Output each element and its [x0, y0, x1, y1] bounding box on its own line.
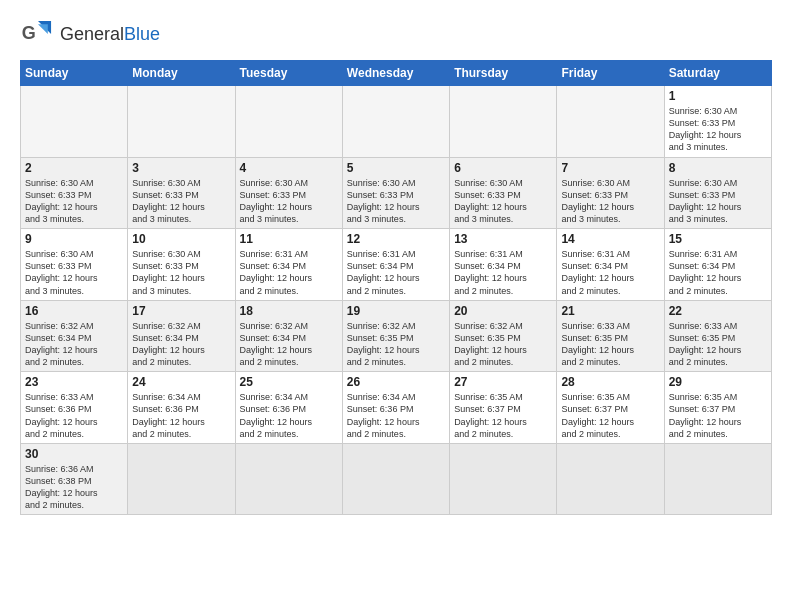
day-number: 20 [454, 304, 552, 318]
day-number: 13 [454, 232, 552, 246]
calendar-cell: 13Sunrise: 6:31 AM Sunset: 6:34 PM Dayli… [450, 229, 557, 301]
logo: G GeneralBlue [20, 16, 160, 52]
day-info: Sunrise: 6:35 AM Sunset: 6:37 PM Dayligh… [669, 391, 767, 440]
day-info: Sunrise: 6:34 AM Sunset: 6:36 PM Dayligh… [347, 391, 445, 440]
calendar-cell: 6Sunrise: 6:30 AM Sunset: 6:33 PM Daylig… [450, 157, 557, 229]
calendar-cell: 3Sunrise: 6:30 AM Sunset: 6:33 PM Daylig… [128, 157, 235, 229]
day-info: Sunrise: 6:32 AM Sunset: 6:35 PM Dayligh… [454, 320, 552, 369]
svg-text:G: G [22, 23, 36, 43]
day-info: Sunrise: 6:30 AM Sunset: 6:33 PM Dayligh… [669, 105, 767, 154]
general-blue-logo-icon: G [20, 16, 56, 52]
calendar-cell: 18Sunrise: 6:32 AM Sunset: 6:34 PM Dayli… [235, 300, 342, 372]
calendar-cell [342, 86, 449, 158]
calendar-cell: 8Sunrise: 6:30 AM Sunset: 6:33 PM Daylig… [664, 157, 771, 229]
day-number: 25 [240, 375, 338, 389]
calendar-week-row: 2Sunrise: 6:30 AM Sunset: 6:33 PM Daylig… [21, 157, 772, 229]
day-number: 7 [561, 161, 659, 175]
calendar-cell: 7Sunrise: 6:30 AM Sunset: 6:33 PM Daylig… [557, 157, 664, 229]
day-info: Sunrise: 6:34 AM Sunset: 6:36 PM Dayligh… [240, 391, 338, 440]
calendar-week-row: 1Sunrise: 6:30 AM Sunset: 6:33 PM Daylig… [21, 86, 772, 158]
calendar-cell [235, 443, 342, 515]
day-info: Sunrise: 6:31 AM Sunset: 6:34 PM Dayligh… [669, 248, 767, 297]
day-number: 17 [132, 304, 230, 318]
day-number: 27 [454, 375, 552, 389]
calendar-cell: 25Sunrise: 6:34 AM Sunset: 6:36 PM Dayli… [235, 372, 342, 444]
day-number: 5 [347, 161, 445, 175]
calendar-cell: 26Sunrise: 6:34 AM Sunset: 6:36 PM Dayli… [342, 372, 449, 444]
calendar-cell: 29Sunrise: 6:35 AM Sunset: 6:37 PM Dayli… [664, 372, 771, 444]
day-number: 4 [240, 161, 338, 175]
day-info: Sunrise: 6:35 AM Sunset: 6:37 PM Dayligh… [561, 391, 659, 440]
day-number: 21 [561, 304, 659, 318]
day-header-monday: Monday [128, 61, 235, 86]
day-info: Sunrise: 6:30 AM Sunset: 6:33 PM Dayligh… [240, 177, 338, 226]
calendar-week-row: 23Sunrise: 6:33 AM Sunset: 6:36 PM Dayli… [21, 372, 772, 444]
day-info: Sunrise: 6:30 AM Sunset: 6:33 PM Dayligh… [454, 177, 552, 226]
calendar-week-row: 16Sunrise: 6:32 AM Sunset: 6:34 PM Dayli… [21, 300, 772, 372]
day-number: 9 [25, 232, 123, 246]
calendar-week-row: 30Sunrise: 6:36 AM Sunset: 6:38 PM Dayli… [21, 443, 772, 515]
page: G GeneralBlue SundayMondayTuesdayWednesd… [0, 0, 792, 612]
day-info: Sunrise: 6:30 AM Sunset: 6:33 PM Dayligh… [561, 177, 659, 226]
day-info: Sunrise: 6:31 AM Sunset: 6:34 PM Dayligh… [561, 248, 659, 297]
day-info: Sunrise: 6:33 AM Sunset: 6:36 PM Dayligh… [25, 391, 123, 440]
calendar: SundayMondayTuesdayWednesdayThursdayFrid… [20, 60, 772, 515]
day-number: 10 [132, 232, 230, 246]
calendar-cell: 27Sunrise: 6:35 AM Sunset: 6:37 PM Dayli… [450, 372, 557, 444]
day-number: 6 [454, 161, 552, 175]
day-number: 22 [669, 304, 767, 318]
day-info: Sunrise: 6:32 AM Sunset: 6:35 PM Dayligh… [347, 320, 445, 369]
day-info: Sunrise: 6:30 AM Sunset: 6:33 PM Dayligh… [669, 177, 767, 226]
calendar-cell: 24Sunrise: 6:34 AM Sunset: 6:36 PM Dayli… [128, 372, 235, 444]
day-header-friday: Friday [557, 61, 664, 86]
day-info: Sunrise: 6:30 AM Sunset: 6:33 PM Dayligh… [132, 177, 230, 226]
day-number: 15 [669, 232, 767, 246]
calendar-cell [128, 86, 235, 158]
day-header-sunday: Sunday [21, 61, 128, 86]
day-header-saturday: Saturday [664, 61, 771, 86]
calendar-cell: 10Sunrise: 6:30 AM Sunset: 6:33 PM Dayli… [128, 229, 235, 301]
day-info: Sunrise: 6:32 AM Sunset: 6:34 PM Dayligh… [240, 320, 338, 369]
logo-blue-text: Blue [124, 24, 160, 44]
calendar-cell: 2Sunrise: 6:30 AM Sunset: 6:33 PM Daylig… [21, 157, 128, 229]
day-number: 2 [25, 161, 123, 175]
day-info: Sunrise: 6:31 AM Sunset: 6:34 PM Dayligh… [454, 248, 552, 297]
day-info: Sunrise: 6:30 AM Sunset: 6:33 PM Dayligh… [132, 248, 230, 297]
calendar-cell: 17Sunrise: 6:32 AM Sunset: 6:34 PM Dayli… [128, 300, 235, 372]
day-info: Sunrise: 6:34 AM Sunset: 6:36 PM Dayligh… [132, 391, 230, 440]
day-info: Sunrise: 6:36 AM Sunset: 6:38 PM Dayligh… [25, 463, 123, 512]
day-info: Sunrise: 6:35 AM Sunset: 6:37 PM Dayligh… [454, 391, 552, 440]
calendar-cell [664, 443, 771, 515]
calendar-cell [128, 443, 235, 515]
calendar-cell: 12Sunrise: 6:31 AM Sunset: 6:34 PM Dayli… [342, 229, 449, 301]
calendar-cell: 1Sunrise: 6:30 AM Sunset: 6:33 PM Daylig… [664, 86, 771, 158]
calendar-header-row: SundayMondayTuesdayWednesdayThursdayFrid… [21, 61, 772, 86]
day-info: Sunrise: 6:33 AM Sunset: 6:35 PM Dayligh… [669, 320, 767, 369]
day-info: Sunrise: 6:33 AM Sunset: 6:35 PM Dayligh… [561, 320, 659, 369]
day-header-tuesday: Tuesday [235, 61, 342, 86]
calendar-cell: 22Sunrise: 6:33 AM Sunset: 6:35 PM Dayli… [664, 300, 771, 372]
day-info: Sunrise: 6:30 AM Sunset: 6:33 PM Dayligh… [347, 177, 445, 226]
day-number: 3 [132, 161, 230, 175]
calendar-week-row: 9Sunrise: 6:30 AM Sunset: 6:33 PM Daylig… [21, 229, 772, 301]
day-number: 23 [25, 375, 123, 389]
day-number: 30 [25, 447, 123, 461]
calendar-cell [450, 443, 557, 515]
svg-marker-2 [38, 24, 48, 34]
day-number: 19 [347, 304, 445, 318]
calendar-cell: 30Sunrise: 6:36 AM Sunset: 6:38 PM Dayli… [21, 443, 128, 515]
calendar-cell [21, 86, 128, 158]
day-info: Sunrise: 6:31 AM Sunset: 6:34 PM Dayligh… [240, 248, 338, 297]
day-number: 8 [669, 161, 767, 175]
day-number: 28 [561, 375, 659, 389]
calendar-cell: 4Sunrise: 6:30 AM Sunset: 6:33 PM Daylig… [235, 157, 342, 229]
calendar-cell: 9Sunrise: 6:30 AM Sunset: 6:33 PM Daylig… [21, 229, 128, 301]
calendar-cell [557, 86, 664, 158]
calendar-cell: 16Sunrise: 6:32 AM Sunset: 6:34 PM Dayli… [21, 300, 128, 372]
calendar-cell: 21Sunrise: 6:33 AM Sunset: 6:35 PM Dayli… [557, 300, 664, 372]
calendar-cell: 19Sunrise: 6:32 AM Sunset: 6:35 PM Dayli… [342, 300, 449, 372]
calendar-cell: 23Sunrise: 6:33 AM Sunset: 6:36 PM Dayli… [21, 372, 128, 444]
calendar-cell: 14Sunrise: 6:31 AM Sunset: 6:34 PM Dayli… [557, 229, 664, 301]
calendar-cell [235, 86, 342, 158]
day-info: Sunrise: 6:30 AM Sunset: 6:33 PM Dayligh… [25, 177, 123, 226]
